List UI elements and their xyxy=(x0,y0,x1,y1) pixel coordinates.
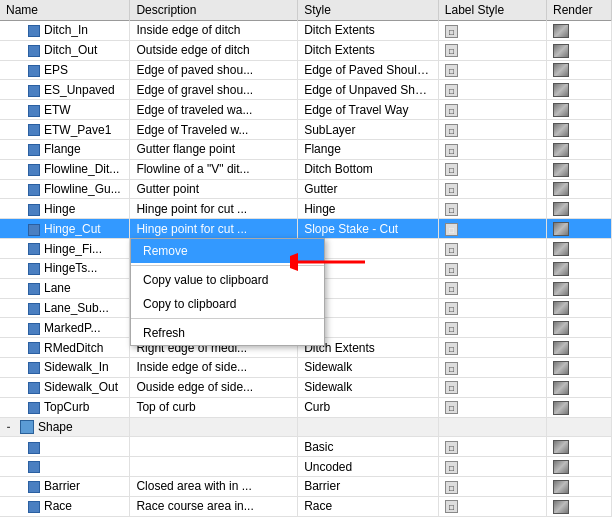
cell-style: Flange xyxy=(298,139,439,159)
cell-render xyxy=(547,278,612,298)
col-header-name[interactable]: Name xyxy=(0,0,130,21)
cell-render xyxy=(547,40,612,60)
cell-label-style: □ xyxy=(438,60,546,80)
arrow-indicator xyxy=(290,247,370,277)
table-row[interactable]: Basic□ xyxy=(0,437,612,457)
table-row[interactable]: Flowline_Dit...Flowline of a "V" dit...D… xyxy=(0,159,612,179)
cell-description: Inside edge of side... xyxy=(130,358,298,378)
table-row[interactable]: ⁃Shape xyxy=(0,417,612,437)
cell-description: Hinge point for cut ... xyxy=(130,199,298,219)
cell-description xyxy=(130,457,298,477)
col-header-render[interactable]: Render xyxy=(547,0,612,21)
cell-label-style: □ xyxy=(438,80,546,100)
cell-style: Hinge xyxy=(298,199,439,219)
cell-label-style: □ xyxy=(438,298,546,318)
cell-render xyxy=(547,457,612,477)
table-row[interactable]: EPSEdge of paved shou...Edge of Paved Sh… xyxy=(0,60,612,80)
table-row[interactable]: HingeHinge point for cut ...Hinge□ xyxy=(0,199,612,219)
table-row[interactable]: Sidewalk_InInside edge of side...Sidewal… xyxy=(0,358,612,378)
cell-style: Ditch Extents xyxy=(298,21,439,41)
cell-name: HingeTs... xyxy=(0,258,130,278)
col-header-style[interactable]: Style xyxy=(298,0,439,21)
cell-label-style: □ xyxy=(438,100,546,120)
context-menu-copy[interactable]: Copy to clipboard xyxy=(131,292,324,316)
cell-style: Uncoded xyxy=(298,457,439,477)
cell-name: ⁃Shape xyxy=(0,417,130,437)
table-row[interactable]: ES_UnpavedEdge of gravel shou...Edge of … xyxy=(0,80,612,100)
cell-label-style: □ xyxy=(438,496,546,516)
cell-name: Hinge_Fi... xyxy=(0,239,130,259)
cell-description: Gutter point xyxy=(130,179,298,199)
cell-style: Gutter xyxy=(298,179,439,199)
cell-description: Hinge point for cut ... xyxy=(130,219,298,239)
cell-render xyxy=(547,258,612,278)
cell-style xyxy=(298,417,439,437)
cell-render xyxy=(547,159,612,179)
table-row[interactable]: FlangeGutter flange pointFlange□ xyxy=(0,139,612,159)
context-menu-refresh[interactable]: Refresh xyxy=(131,321,324,345)
cell-name: Flowline_Gu... xyxy=(0,179,130,199)
cell-render xyxy=(547,496,612,516)
cell-name: Flange xyxy=(0,139,130,159)
cell-description: Edge of traveled wa... xyxy=(130,100,298,120)
cell-name: Sidewalk_In xyxy=(0,358,130,378)
table-row[interactable]: Flowline_Gu...Gutter pointGutter□ xyxy=(0,179,612,199)
cell-description xyxy=(130,417,298,437)
cell-style: Edge of Travel Way xyxy=(298,100,439,120)
cell-name: Race xyxy=(0,496,130,516)
cell-name: Hinge xyxy=(0,199,130,219)
cell-label-style: □ xyxy=(438,338,546,358)
cell-render xyxy=(547,179,612,199)
cell-style: Basic xyxy=(298,437,439,457)
cell-render xyxy=(547,100,612,120)
cell-label-style: □ xyxy=(438,179,546,199)
table-row[interactable]: TopCurbTop of curbCurb□ xyxy=(0,397,612,417)
cell-label-style: □ xyxy=(438,21,546,41)
cell-name: Barrier xyxy=(0,477,130,497)
cell-style: Race xyxy=(298,496,439,516)
expand-icon[interactable]: ⁃ xyxy=(6,422,18,433)
table-row[interactable]: Hinge_CutHinge point for cut ...Slope St… xyxy=(0,219,612,239)
cell-style: Barrier xyxy=(298,477,439,497)
cell-description: Gutter flange point xyxy=(130,139,298,159)
cell-label-style: □ xyxy=(438,278,546,298)
cell-name: MarkedP... xyxy=(0,318,130,338)
cell-label-style: □ xyxy=(438,120,546,140)
table-row[interactable]: Uncoded□ xyxy=(0,457,612,477)
cell-description: Ouside edge of side... xyxy=(130,377,298,397)
cell-description: Edge of Traveled w... xyxy=(130,120,298,140)
cell-label-style: □ xyxy=(438,239,546,259)
cell-label-style: □ xyxy=(438,477,546,497)
cell-name: ES_Unpaved xyxy=(0,80,130,100)
cell-name: ETW_Pave1 xyxy=(0,120,130,140)
col-header-label-style[interactable]: Label Style xyxy=(438,0,546,21)
table-row[interactable]: ETWEdge of traveled wa...Edge of Travel … xyxy=(0,100,612,120)
table-row[interactable]: Ditch_OutOutside edge of ditchDitch Exte… xyxy=(0,40,612,60)
cell-label-style: □ xyxy=(438,40,546,60)
cell-name xyxy=(0,437,130,457)
col-header-description[interactable]: Description xyxy=(130,0,298,21)
cell-name xyxy=(0,457,130,477)
cell-description: Race course area in... xyxy=(130,496,298,516)
cell-render xyxy=(547,477,612,497)
cell-render xyxy=(547,437,612,457)
cell-description: Flowline of a "V" dit... xyxy=(130,159,298,179)
table-row[interactable]: BarrierClosed area with in ...Barrier□ xyxy=(0,477,612,497)
cell-name: Ditch_Out xyxy=(0,40,130,60)
cell-render xyxy=(547,60,612,80)
table-row[interactable]: Ditch_InInside edge of ditchDitch Extent… xyxy=(0,21,612,41)
cell-label-style: □ xyxy=(438,219,546,239)
table-row[interactable]: Sidewalk_OutOuside edge of side...Sidewa… xyxy=(0,377,612,397)
cell-render xyxy=(547,239,612,259)
cell-name: EPS xyxy=(0,60,130,80)
table-header-row: Name Description Style Label Style Rende… xyxy=(0,0,612,21)
cell-style: Sidewalk xyxy=(298,358,439,378)
cell-label-style: □ xyxy=(438,139,546,159)
cell-description: Outside edge of ditch xyxy=(130,40,298,60)
cell-label-style: □ xyxy=(438,258,546,278)
cell-label-style: □ xyxy=(438,199,546,219)
cell-render xyxy=(547,377,612,397)
cell-style: Edge of Unpaved Shoul... xyxy=(298,80,439,100)
table-row[interactable]: RaceRace course area in...Race□ xyxy=(0,496,612,516)
table-row[interactable]: ETW_Pave1Edge of Traveled w...SubLayer□ xyxy=(0,120,612,140)
